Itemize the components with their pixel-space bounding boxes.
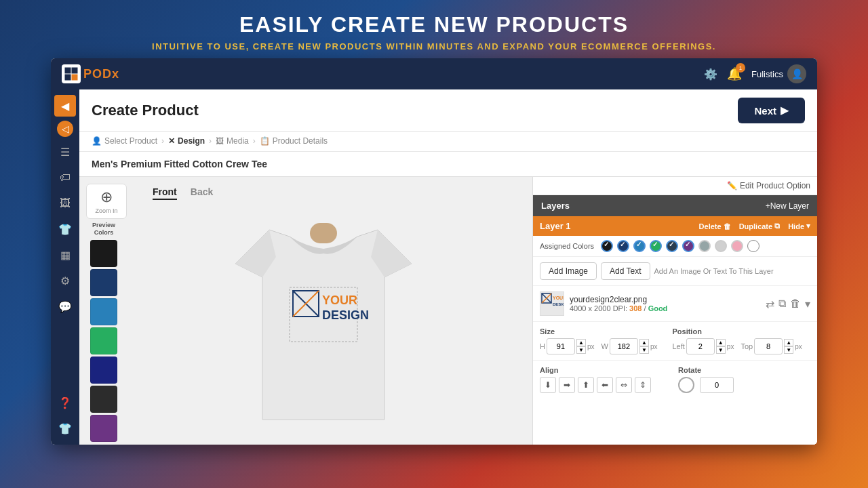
page-header: Create Product Next ▶ (79, 89, 817, 132)
sidebar-toggle[interactable]: ◁ (57, 121, 73, 137)
position-label: Position (672, 327, 802, 336)
new-layer-button[interactable]: +New Layer (766, 201, 809, 211)
align-left-btn[interactable]: ⬅ (597, 377, 613, 393)
rotate-input[interactable] (700, 377, 734, 393)
tab-back[interactable]: Back (191, 186, 213, 200)
zoom-button[interactable]: ⊕ Zoom In (86, 184, 127, 219)
height-down-btn[interactable]: ▼ (576, 346, 586, 354)
assigned-color-check[interactable] (747, 240, 760, 252)
align-bottom-btn[interactable]: ⬇ (540, 377, 556, 393)
svg-rect-2 (65, 75, 71, 80)
replace-icon[interactable]: ⇄ (766, 298, 774, 310)
sidebar-item-tshirt[interactable]: 👕 (54, 418, 76, 439)
align-top-btn[interactable]: ⬆ (578, 377, 594, 393)
left-label: Left (672, 342, 684, 350)
hero-subtitle: INTUITIVE TO USE, CREATE NEW PRODUCTS WI… (152, 41, 716, 52)
edit-product-option[interactable]: ✏️ Edit Product Option (533, 177, 817, 195)
layers-panel: ✏️ Edit Product Option Layers +New Layer… (532, 177, 817, 445)
align-vcenter-btn[interactable]: ⇕ (635, 377, 651, 393)
breadcrumb-product-details[interactable]: 📋 Product Details (260, 136, 328, 146)
left-field: Left ▲ ▼ px (672, 338, 734, 354)
align-label: Align (540, 366, 651, 374)
delete-layer-btn[interactable]: Delete 🗑 (699, 222, 731, 230)
sidebar-item-shirt[interactable]: 👕 (54, 218, 76, 240)
trash-icon[interactable]: 🗑 (790, 298, 801, 310)
swatch-black[interactable] (90, 240, 117, 267)
swatch-navy[interactable] (90, 269, 117, 296)
sidebar-item-back[interactable]: ◀ (54, 95, 76, 117)
assigned-color-gray[interactable] (698, 240, 711, 252)
duplicate-layer-btn[interactable]: Duplicate ⧉ (739, 222, 781, 230)
assigned-color-pink[interactable] (731, 240, 743, 252)
main-area: ◀ ◁ ☰ 🏷 🖼 👕 ▦ ⚙ 💬 ❓ 👕 Create Product (51, 89, 817, 445)
top-input[interactable] (754, 338, 783, 354)
h-label: H (540, 342, 545, 350)
assigned-colors-label: Assigned Colors (540, 242, 594, 250)
swatch-dark2[interactable] (90, 386, 117, 413)
product-title-bar: Men's Premium Fitted Cotton Crew Tee (79, 152, 817, 177)
align-right-btn[interactable]: ➡ (559, 377, 575, 393)
swatch-blue[interactable] (90, 298, 117, 325)
breadcrumb-select-product[interactable]: 👤 Select Product (92, 136, 157, 146)
assigned-color-dark[interactable] (666, 240, 678, 252)
add-buttons-row: Add Image Add Text Add An Image Or Text … (533, 257, 817, 286)
color-preview-sidebar: PreviewColors (86, 219, 121, 445)
settings-icon[interactable]: ⚙️ (704, 68, 717, 81)
assigned-color-black[interactable] (601, 240, 613, 252)
width-down-btn[interactable]: ▼ (639, 346, 649, 354)
app-window: PODx ⚙️ 🔔 1 Fulistics 👤 ◀ ◁ (51, 58, 817, 445)
sidebar-item-chat[interactable]: 💬 (54, 296, 76, 317)
user-area[interactable]: Fulistics 👤 (751, 64, 806, 83)
sidebar-item-tag[interactable]: 🏷 (54, 167, 76, 188)
top-down-btn[interactable]: ▼ (784, 346, 793, 354)
breadcrumb-sep-1: › (161, 136, 164, 146)
height-unit: px (587, 343, 595, 350)
align-rotate-row: Align ⬇ ➡ ⬆ ⬅ ⇔ ⇕ (533, 361, 817, 399)
media-icon: 🖼 (216, 136, 224, 146)
assigned-color-lightgray[interactable] (715, 240, 727, 252)
assigned-color-blue[interactable] (633, 240, 646, 252)
align-hcenter-btn[interactable]: ⇔ (616, 377, 632, 393)
assigned-color-purple[interactable] (682, 240, 694, 252)
sidebar-item-settings[interactable]: ⚙ (54, 270, 76, 291)
layer1-name: Layer 1 (540, 221, 694, 231)
copy-icon[interactable]: ⧉ (778, 298, 786, 310)
top-up-btn[interactable]: ▲ (784, 339, 793, 346)
position-inputs: Left ▲ ▼ px (672, 338, 802, 354)
assigned-color-green[interactable] (650, 240, 662, 252)
swatch-darkblue[interactable] (90, 357, 117, 384)
notification-icon[interactable]: 🔔 1 (727, 66, 742, 81)
height-input[interactable] (547, 338, 575, 354)
left-up-btn[interactable]: ▲ (716, 339, 726, 346)
logo-icon (62, 64, 81, 83)
tab-front[interactable]: Front (153, 186, 177, 200)
width-up-btn[interactable]: ▲ (639, 339, 649, 346)
sidebar-item-help[interactable]: ❓ (54, 392, 76, 413)
left-input[interactable] (686, 338, 715, 354)
height-up-btn[interactable]: ▲ (576, 339, 586, 346)
expand-icon[interactable]: ▾ (805, 298, 810, 310)
sidebar-item-image[interactable]: 🖼 (54, 192, 76, 214)
svg-rect-0 (65, 68, 71, 73)
product-name: Men's Premium Fitted Cotton Crew Tee (92, 159, 267, 169)
add-image-button[interactable]: Add Image (540, 262, 597, 280)
assigned-color-navy[interactable] (617, 240, 629, 252)
swatch-green[interactable] (90, 327, 117, 354)
sidebar-item-list[interactable]: ☰ (54, 141, 76, 163)
breadcrumb-design[interactable]: ✕ Design (168, 136, 205, 146)
width-field: W ▲ ▼ px (601, 338, 658, 354)
left-down-btn[interactable]: ▼ (716, 346, 726, 354)
width-input[interactable] (610, 338, 638, 354)
align-icons: ⬇ ➡ ⬆ ⬅ ⇔ ⇕ (540, 377, 651, 393)
add-text-button[interactable]: Add Text (601, 262, 650, 280)
breadcrumb-media[interactable]: 🖼 Media (216, 136, 249, 146)
sidebar-item-grid[interactable]: ▦ (54, 244, 76, 266)
rotate-handle[interactable] (678, 377, 694, 393)
hero-title: EASILY CREATE NEW PRODUCTS (239, 12, 629, 37)
swatch-purple[interactable] (90, 415, 117, 442)
next-button[interactable]: Next ▶ (738, 98, 805, 123)
align-group: Align ⬇ ➡ ⬆ ⬅ ⇔ ⇕ (540, 366, 651, 393)
left-stepper: ▲ ▼ (716, 339, 726, 354)
hide-layer-btn[interactable]: Hide ▾ (788, 222, 810, 230)
logo-area: PODx (62, 64, 119, 83)
